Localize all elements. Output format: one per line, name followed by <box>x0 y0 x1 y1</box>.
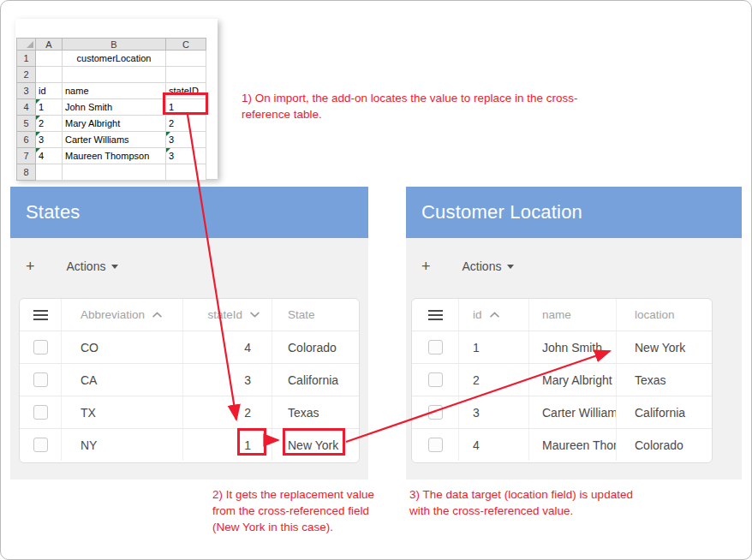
chevron-up-icon <box>490 312 499 318</box>
column-header-a: A <box>36 39 63 51</box>
cell-a5: 2 <box>36 116 63 132</box>
states-toolbar: + Actions <box>10 238 368 274</box>
stateid-cell: 2 <box>182 396 272 428</box>
panel-title: Customer Location <box>421 201 582 223</box>
highlight-box-crossref-key <box>237 428 266 456</box>
add-record-button[interactable]: + <box>26 259 35 274</box>
cell-a4: 1 <box>36 99 63 116</box>
cell-c6: 3 <box>166 132 206 148</box>
location-cell: Texas <box>616 364 710 396</box>
column-header-location[interactable]: location <box>616 299 710 331</box>
table-row: CA 3 California <box>20 363 359 396</box>
id-cell: 2 <box>458 364 528 396</box>
column-header-abbreviation[interactable]: Abbreviation <box>61 299 182 331</box>
row-header: 3 <box>17 83 36 99</box>
name-cell: Maureen Thompson <box>528 429 616 461</box>
cell-c2 <box>166 67 206 83</box>
column-header-state[interactable]: State <box>272 299 357 331</box>
customer-toolbar: + Actions <box>406 238 742 274</box>
abbreviation-cell: CA <box>61 364 182 396</box>
row-header: 1 <box>17 51 36 67</box>
row-checkbox[interactable] <box>428 405 443 420</box>
customer-location-panel: Customer Location + Actions id name <box>406 187 742 480</box>
table-row: 3 Carter Williams California <box>412 396 712 428</box>
highlight-box-source-value <box>163 92 208 115</box>
error-flag-icon <box>166 148 170 152</box>
error-flag-icon <box>36 116 40 120</box>
cell-b3-name-header: name <box>63 83 166 99</box>
row-checkbox[interactable] <box>33 372 48 387</box>
table-row: 1 John Smith New York <box>412 331 712 363</box>
column-header-id[interactable]: id <box>458 299 528 331</box>
actions-dropdown[interactable]: Actions <box>463 259 515 273</box>
annotation-step-3: 3) The data target (location field) is u… <box>409 487 641 520</box>
cell-b6: Carter Williams <box>63 132 166 148</box>
row-checkbox[interactable] <box>428 340 443 354</box>
abbreviation-cell: NY <box>61 429 182 461</box>
column-header-name[interactable]: name <box>528 299 616 331</box>
cell-b4: John Smith <box>63 99 166 116</box>
table-row: 2 Mary Albright Texas <box>412 363 712 396</box>
chevron-down-icon <box>250 312 260 318</box>
add-record-button[interactable]: + <box>421 259 431 274</box>
cell-b8 <box>63 164 166 181</box>
cell-a2 <box>36 67 63 83</box>
name-cell: John Smith <box>528 331 616 363</box>
cell-c8 <box>166 164 206 181</box>
row-checkbox[interactable] <box>428 438 443 452</box>
select-all-corner-cell <box>17 39 36 51</box>
caret-down-icon <box>507 265 514 269</box>
error-flag-icon <box>36 99 40 104</box>
table-row: 4 Maureen Thompson Colorado <box>412 428 712 461</box>
error-flag-icon <box>36 132 40 136</box>
column-header-stateid[interactable]: stateId <box>182 299 272 331</box>
name-cell: Carter Williams <box>528 396 616 428</box>
abbreviation-cell: TX <box>61 396 182 428</box>
row-header: 8 <box>17 164 36 181</box>
cell-b1-title: customerLocation <box>63 51 166 67</box>
cell-c1 <box>166 51 206 67</box>
location-cell: Colorado <box>616 429 710 461</box>
customer-table: id name location 1 John Smith New York 2 <box>411 298 713 463</box>
row-checkbox[interactable] <box>33 438 48 452</box>
id-cell: 1 <box>458 331 528 363</box>
abbreviation-cell: CO <box>61 331 182 363</box>
cell-a8 <box>36 164 63 181</box>
state-cell: Texas <box>272 396 357 428</box>
column-header-c: C <box>166 39 206 51</box>
cell-b7: Maureen Thompson <box>63 148 166 164</box>
state-cell: Colorado <box>272 331 357 363</box>
table-menu-button[interactable] <box>412 299 458 331</box>
column-header-b: B <box>63 39 166 51</box>
table-row: TX 2 Texas <box>20 396 359 428</box>
annotation-step-1: 1) On import, the add-on locates the val… <box>242 91 601 123</box>
id-cell: 4 <box>458 429 528 461</box>
row-checkbox[interactable] <box>33 405 48 420</box>
cell-a7: 4 <box>36 148 63 164</box>
location-cell: California <box>616 396 710 428</box>
cell-c5: 2 <box>166 116 206 132</box>
states-panel-header: States <box>10 187 368 238</box>
row-checkbox[interactable] <box>33 340 48 354</box>
location-cell: New York <box>616 331 710 363</box>
table-row: CO 4 Colorado <box>20 331 359 363</box>
states-table-header-row: Abbreviation stateId State <box>20 299 359 331</box>
name-cell: Mary Albright <box>528 364 616 396</box>
caret-down-icon <box>111 265 118 269</box>
highlight-box-crossref-value <box>283 428 345 456</box>
cell-b5: Mary Albright <box>63 116 166 132</box>
row-header: 4 <box>17 99 36 116</box>
state-cell: California <box>272 364 357 396</box>
chevron-up-icon <box>152 312 162 318</box>
cell-b2 <box>63 67 166 83</box>
table-menu-button[interactable] <box>20 299 61 331</box>
row-checkbox[interactable] <box>428 372 443 387</box>
cell-a3-id-header: id <box>36 83 63 99</box>
row-header: 7 <box>17 148 36 164</box>
actions-dropdown[interactable]: Actions <box>67 259 119 273</box>
cell-c7: 3 <box>166 148 206 164</box>
error-flag-icon <box>166 132 170 136</box>
row-header: 6 <box>17 132 36 148</box>
stateid-cell: 4 <box>182 331 272 363</box>
customer-panel-header: Customer Location <box>406 187 742 238</box>
